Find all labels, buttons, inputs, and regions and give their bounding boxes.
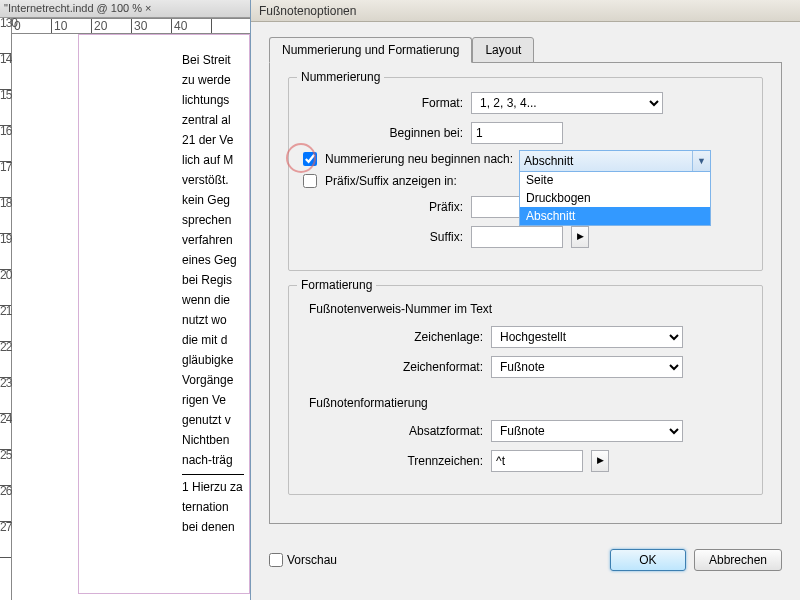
format-select[interactable]: 1, 2, 3, 4... xyxy=(471,92,663,114)
show-prefix-label: Präfix/Suffix anzeigen in: xyxy=(325,174,457,188)
para-format-label: Absatzformat: xyxy=(303,424,483,438)
show-prefix-checkbox[interactable] xyxy=(303,174,317,188)
dialog-title: Fußnotenoptionen xyxy=(251,0,800,22)
restart-label: Nummerierung neu beginnen nach: xyxy=(325,152,525,166)
restart-option-spread[interactable]: Druckbogen xyxy=(520,189,710,207)
separator-label: Trennzeichen: xyxy=(303,454,483,468)
char-format-select[interactable]: Fußnote xyxy=(491,356,683,378)
cancel-button[interactable]: Abbrechen xyxy=(694,549,782,571)
preview-label: Vorschau xyxy=(287,553,337,567)
char-position-label: Zeichenlage: xyxy=(303,330,483,344)
footnote-format-subtitle: Fußnotenformatierung xyxy=(309,396,748,410)
horizontal-ruler: 010203040 xyxy=(12,18,250,34)
start-at-input[interactable] xyxy=(471,122,563,144)
restart-dropdown-open[interactable]: Abschnitt ▼ Seite Druckbogen Abschnitt xyxy=(519,150,711,226)
document-tab[interactable]: "Internetrecht.indd @ 100 % × xyxy=(0,0,250,18)
suffix-label: Suffix: xyxy=(303,230,463,244)
vertical-ruler: 1301401501601701801902002102202302402502… xyxy=(0,18,12,600)
ref-number-subtitle: Fußnotenverweis-Nummer im Text xyxy=(309,302,748,316)
tab-numbering-formatting[interactable]: Nummerierung und Formatierung xyxy=(269,37,472,63)
footnote-options-dialog: Fußnotenoptionen Nummerierung und Format… xyxy=(250,0,800,600)
restart-dropdown-selected[interactable]: Abschnitt ▼ xyxy=(519,150,711,172)
tab-layout[interactable]: Layout xyxy=(472,37,534,63)
chevron-down-icon[interactable]: ▼ xyxy=(692,151,710,171)
preview-checkbox[interactable] xyxy=(269,553,283,567)
body-text: Bei Streitzu werdelichtungszentral al21 … xyxy=(182,50,244,570)
restart-option-section[interactable]: Abschnitt xyxy=(520,207,710,225)
ok-button[interactable]: OK xyxy=(610,549,686,571)
format-label: Format: xyxy=(303,96,463,110)
para-format-select[interactable]: Fußnote xyxy=(491,420,683,442)
separator-input[interactable] xyxy=(491,450,583,472)
suffix-flyout-button[interactable]: ▶ xyxy=(571,226,589,248)
start-at-label: Beginnen bei: xyxy=(303,126,463,140)
restart-option-page[interactable]: Seite xyxy=(520,171,710,189)
formatting-group: Formatierung Fußnotenverweis-Nummer im T… xyxy=(288,285,763,495)
char-format-label: Zeichenformat: xyxy=(303,360,483,374)
prefix-label: Präfix: xyxy=(303,200,463,214)
suffix-input xyxy=(471,226,563,248)
char-position-select[interactable]: Hochgestellt xyxy=(491,326,683,348)
separator-flyout-button[interactable]: ▶ xyxy=(591,450,609,472)
restart-checkbox[interactable] xyxy=(303,152,317,166)
